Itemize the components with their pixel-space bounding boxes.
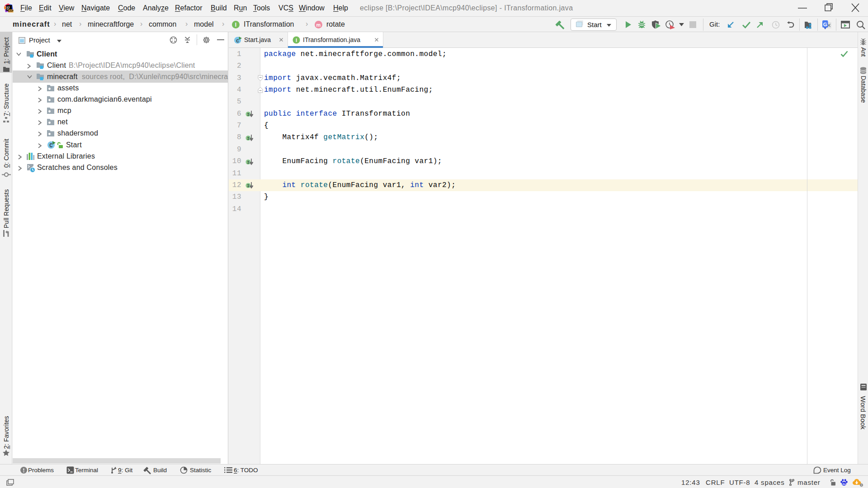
svg-text:EAP: EAP [8,9,14,12]
svg-text:du: du [842,483,846,485]
svg-text:C: C [49,143,52,149]
svg-text:C: C [236,38,239,44]
svg-text:I: I [296,38,297,43]
svg-text:G: G [823,22,827,27]
svg-text:I: I [235,22,236,28]
svg-text:m: m [316,22,321,28]
svg-text:I: I [247,113,249,117]
svg-text:I: I [247,184,249,188]
svg-text:IJ: IJ [7,5,9,9]
svg-text:I: I [247,136,249,141]
svg-text:I: I [247,160,249,165]
